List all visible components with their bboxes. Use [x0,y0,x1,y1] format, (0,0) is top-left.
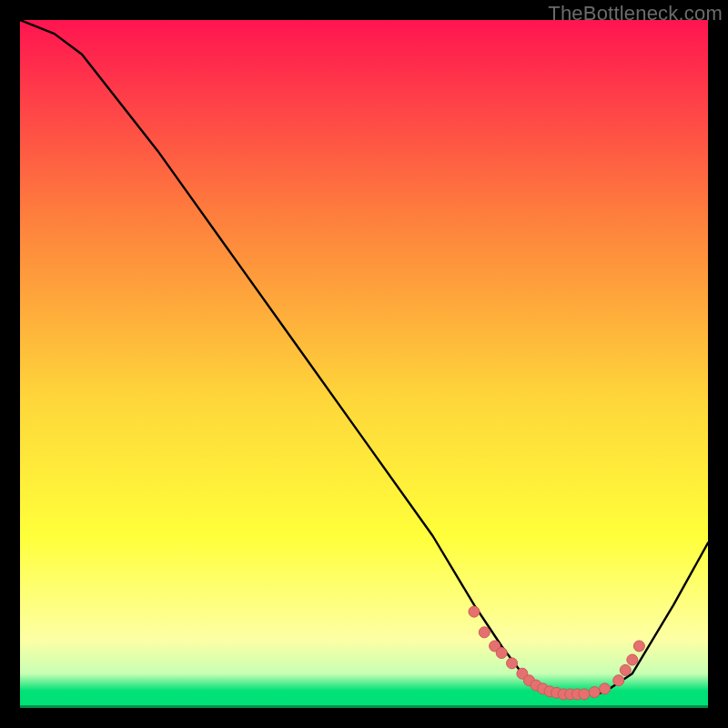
chart-stage: TheBottleneck.com [0,0,728,728]
data-marker [579,689,590,700]
plot-area [20,20,708,708]
chart-svg [20,20,708,708]
data-marker [620,664,631,675]
data-marker [600,683,611,694]
bottom-edge [20,705,708,708]
data-marker [469,606,480,617]
gradient-background [20,20,708,708]
data-marker [627,654,638,665]
data-marker [633,641,644,652]
data-marker [507,658,518,669]
data-marker [496,648,507,659]
data-marker [613,675,624,686]
data-marker [479,627,490,638]
data-marker [589,687,600,698]
